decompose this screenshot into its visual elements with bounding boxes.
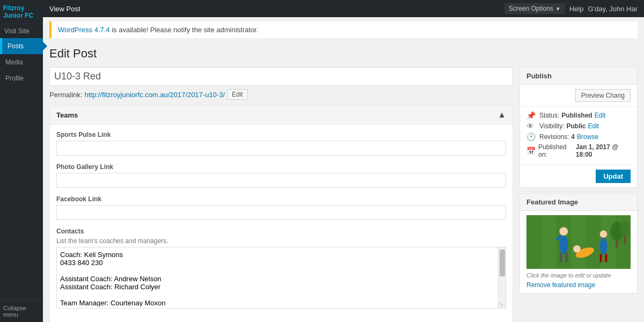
- sidebar-item-profile[interactable]: Profile: [0, 70, 43, 86]
- facebook-label: Facebook Link: [56, 195, 506, 203]
- remove-featured-image-link[interactable]: Remove featured image: [526, 281, 595, 289]
- preview-changes-button[interactable]: Preview Chang: [575, 89, 631, 102]
- publish-status-row: 📌 Status: Published Edit: [526, 111, 631, 120]
- topbar-view-post: View Post: [49, 5, 80, 13]
- visibility-label: Visibility:: [539, 122, 564, 130]
- permalink-url[interactable]: http://fitzroyjuniorfc.com.au/2017/2017-…: [84, 91, 225, 99]
- svg-rect-8: [559, 253, 562, 262]
- teams-meta-box-content: Sports Pulse Link Photo Gallery Link: [50, 125, 513, 322]
- screen-options-button[interactable]: Screen Options: [504, 3, 565, 14]
- publish-box-title: Publish: [526, 72, 631, 80]
- svg-rect-22: [624, 236, 626, 244]
- page-title: Edit Post: [49, 47, 638, 61]
- scrollbar-thumb: [500, 250, 505, 276]
- svg-point-7: [559, 227, 568, 236]
- publish-visibility-row: 👁 Visibility: Public Edit: [526, 122, 631, 130]
- svg-point-15: [600, 238, 608, 255]
- sidebar-item-posts[interactable]: Posts: [0, 38, 43, 54]
- visibility-value: Public: [566, 122, 586, 130]
- edit-post-wrap: Edit Post Permalink: http://fitzroyjunio…: [43, 42, 644, 322]
- publish-date-row: 📅 Published on: Jan 1, 2017 @ 18:00: [526, 143, 631, 158]
- contacts-sublabel: List the team's coaches and managers.: [56, 237, 506, 245]
- featured-remove-row: Remove featured image: [526, 281, 631, 289]
- update-button[interactable]: Updat: [596, 170, 631, 183]
- main-area: View Post Screen Options Help G'day, Joh…: [43, 0, 644, 322]
- svg-rect-11: [564, 239, 568, 247]
- status-icon: 📌: [526, 111, 537, 120]
- svg-rect-10: [559, 239, 564, 247]
- admin-notice: WordPress 4.7.4 is available! Please not…: [49, 21, 638, 38]
- featured-image-svg: [526, 215, 631, 269]
- svg-rect-2: [526, 216, 541, 269]
- publish-box: Publish Preview Chang 📌 Status: Publishe…: [519, 67, 638, 188]
- featured-image-box: Featured Image: [519, 193, 638, 294]
- calendar-icon: 📅: [526, 147, 536, 155]
- photo-gallery-label: Photo Gallery Link: [56, 163, 506, 171]
- svg-point-14: [573, 245, 581, 253]
- sports-pulse-input[interactable]: [56, 141, 506, 156]
- contacts-group: Contacts List the team's coaches and man…: [56, 228, 506, 309]
- status-edit-link[interactable]: Edit: [595, 112, 606, 119]
- publish-box-header: Publish: [520, 68, 637, 85]
- featured-box-content: Click the image to edit or update Remove…: [520, 211, 637, 293]
- sports-pulse-label: Sports Pulse Link: [56, 131, 506, 138]
- post-main: Permalink: http://fitzroyjuniorfc.com.au…: [49, 67, 513, 322]
- notice-text: is available! Please notify the site adm…: [110, 26, 259, 34]
- svg-point-20: [619, 220, 630, 237]
- sidebar-item-media[interactable]: Media: [0, 54, 43, 70]
- svg-rect-18: [605, 254, 607, 262]
- post-layout: Permalink: http://fitzroyjuniorfc.com.au…: [49, 67, 638, 322]
- topbar-greeting: G'day, John Har: [588, 5, 638, 13]
- photo-gallery-group: Photo Gallery Link: [56, 163, 506, 188]
- visit-site-link[interactable]: Visit Site: [0, 24, 43, 38]
- wordpress-update-link[interactable]: WordPress 4.7.4: [58, 26, 110, 34]
- content-area: WordPress 4.7.4 is available! Please not…: [43, 17, 644, 322]
- collapse-menu-button[interactable]: Collapse menu: [0, 300, 43, 322]
- help-link[interactable]: Help: [569, 5, 584, 13]
- featured-image[interactable]: [526, 215, 631, 269]
- revisions-browse-link[interactable]: Browse: [577, 133, 598, 141]
- teams-toggle-icon: ▲: [497, 110, 506, 120]
- post-title-input[interactable]: [49, 67, 513, 86]
- revisions-value: 4: [571, 133, 575, 141]
- teams-meta-box-title: Teams: [56, 111, 78, 119]
- topbar: View Post Screen Options Help G'day, Joh…: [43, 0, 644, 17]
- visibility-icon: 👁: [526, 122, 537, 130]
- sidebar-brand: Fitzroy Junior FC: [0, 0, 43, 24]
- published-value: Jan 1, 2017 @ 18:00: [576, 143, 631, 158]
- featured-box-title: Featured Image: [526, 198, 631, 206]
- contacts-resize-handle[interactable]: ⤡: [499, 302, 504, 307]
- svg-point-16: [600, 230, 608, 238]
- sidebar: Fitzroy Junior FC Visit Site Posts Media…: [0, 0, 43, 322]
- svg-rect-9: [565, 253, 568, 262]
- sports-pulse-group: Sports Pulse Link: [56, 131, 506, 156]
- topbar-right: Screen Options Help G'day, John Har: [504, 3, 638, 14]
- svg-rect-4: [586, 216, 601, 269]
- visibility-edit-link[interactable]: Edit: [588, 122, 599, 130]
- publish-revisions-row: 🕐 Revisions: 4 Browse: [526, 133, 631, 141]
- revisions-icon: 🕐: [526, 133, 537, 141]
- contacts-scrollbar[interactable]: [498, 247, 506, 308]
- teams-meta-box-header[interactable]: Teams ▲: [50, 106, 513, 125]
- sidebar-nav: Posts Media Profile: [0, 38, 43, 300]
- contacts-textarea[interactable]: Coach: Keli Symons 0433 840 230 Assistan…: [57, 247, 506, 306]
- post-sidebar: Publish Preview Chang 📌 Status: Publishe…: [519, 67, 638, 322]
- publish-box-content: 📌 Status: Published Edit 👁 Visibility: P…: [520, 107, 637, 165]
- svg-rect-21: [616, 239, 618, 247]
- status-label: Status:: [539, 112, 559, 119]
- teams-meta-box: Teams ▲ Sports Pulse Link: [49, 105, 513, 322]
- featured-box-header: Featured Image: [520, 194, 637, 211]
- featured-image-caption: Click the image to edit or update: [526, 272, 631, 279]
- edit-permalink-button[interactable]: Edit: [227, 89, 248, 100]
- photo-gallery-input[interactable]: [56, 173, 506, 188]
- permalink-label: Permalink:: [49, 91, 82, 99]
- revisions-label: Revisions:: [539, 133, 569, 141]
- published-label: Published on:: [538, 143, 574, 158]
- status-value: Published: [561, 112, 592, 119]
- facebook-group: Facebook Link: [56, 195, 506, 220]
- contacts-textarea-wrap: Coach: Keli Symons 0433 840 230 Assistan…: [56, 247, 506, 309]
- contacts-label: Contacts: [56, 228, 506, 235]
- facebook-input[interactable]: [56, 205, 506, 220]
- permalink-row: Permalink: http://fitzroyjuniorfc.com.au…: [49, 89, 513, 100]
- svg-rect-17: [600, 254, 602, 262]
